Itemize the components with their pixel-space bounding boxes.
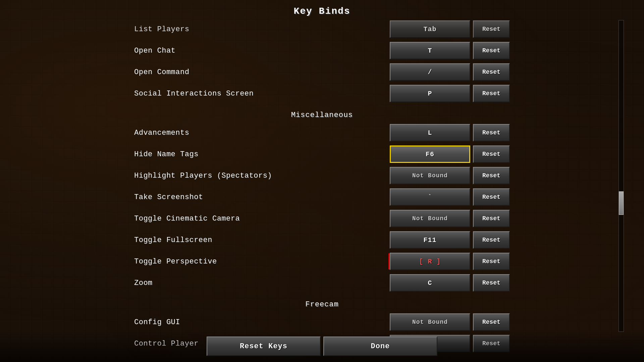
row-advancements: Advancements L Reset [121,122,523,143]
key-social-interactions[interactable]: P [390,85,470,102]
row-zoom: Zoom C Reset [121,272,523,294]
label-toggle-perspective: Toggle Perspective [134,257,390,266]
reset-hide-name-tags[interactable]: Reset [473,145,510,163]
reset-social-interactions[interactable]: Reset [473,85,510,102]
section-header-freecam: Freecam [121,294,523,311]
buttons-toggle-cinematic: Not Bound Reset [390,210,510,227]
key-toggle-cinematic[interactable]: Not Bound [390,210,470,227]
buttons-zoom: C Reset [390,274,510,292]
buttons-open-chat: T Reset [390,42,510,59]
row-open-chat: Open Chat T Reset [121,40,523,61]
row-highlight-players: Highlight Players (Spectators) Not Bound… [121,165,523,186]
page-title: Key Binds [121,0,523,20]
row-toggle-perspective: Toggle Perspective [ R ] Reset [121,251,523,272]
label-open-command: Open Command [134,68,390,76]
row-open-command: Open Command / Reset [121,61,523,83]
key-zoom[interactable]: C [390,274,470,292]
row-config-gui: Config GUI Not Bound Reset [121,311,523,333]
row-list-players: List Players Tab Reset [121,20,523,40]
key-hide-name-tags[interactable]: F6 [390,145,470,163]
label-toggle-cinematic: Toggle Cinematic Camera [134,215,390,223]
section-header-miscellaneous: Miscellaneous [121,104,523,122]
label-hide-name-tags: Hide Name Tags [134,150,390,159]
key-highlight-players[interactable]: Not Bound [390,167,470,184]
buttons-list-players: Tab Reset [390,20,510,38]
key-open-command[interactable]: / [390,63,470,81]
reset-toggle-fullscreen[interactable]: Reset [473,231,510,249]
buttons-hide-name-tags: F6 Reset [390,145,510,163]
key-toggle-fullscreen[interactable]: F11 [390,231,470,249]
key-toggle-perspective[interactable]: [ R ] [390,253,470,270]
row-take-screenshot: Take Screenshot ` Reset [121,186,523,208]
buttons-highlight-players: Not Bound Reset [390,167,510,184]
row-toggle-cinematic: Toggle Cinematic Camera Not Bound Reset [121,208,523,229]
scrollbar[interactable] [619,20,624,332]
reset-open-command[interactable]: Reset [473,63,510,81]
reset-toggle-cinematic[interactable]: Reset [473,210,510,227]
main-container: Key Binds List Players Tab Reset Open Ch… [121,0,523,354]
row-toggle-fullscreen: Toggle Fullscreen F11 Reset [121,229,523,251]
reset-open-chat[interactable]: Reset [473,42,510,59]
buttons-take-screenshot: ` Reset [390,188,510,206]
done-button[interactable]: Done [323,337,437,356]
reset-config-gui[interactable]: Reset [473,313,510,331]
reset-list-players[interactable]: Reset [473,20,510,38]
label-toggle-fullscreen: Toggle Fullscreen [134,236,390,244]
label-list-players: List Players [134,25,390,34]
label-take-screenshot: Take Screenshot [134,193,390,201]
key-open-chat[interactable]: T [390,42,470,59]
reset-toggle-perspective[interactable]: Reset [473,253,510,270]
row-hide-name-tags: Hide Name Tags F6 Reset [121,143,523,165]
buttons-open-command: / Reset [390,63,510,81]
label-config-gui: Config GUI [134,318,390,326]
key-config-gui[interactable]: Not Bound [390,313,470,331]
bottom-bar: Reset Keys Done [0,332,644,362]
label-zoom: Zoom [134,279,390,287]
label-advancements: Advancements [134,129,390,137]
keybinds-list: List Players Tab Reset Open Chat T Reset… [121,20,523,354]
buttons-toggle-perspective: [ R ] Reset [390,253,510,270]
buttons-toggle-fullscreen: F11 Reset [390,231,510,249]
label-highlight-players: Highlight Players (Spectators) [134,172,390,180]
reset-keys-button[interactable]: Reset Keys [207,337,321,356]
buttons-advancements: L Reset [390,124,510,141]
label-social-interactions: Social Interactions Screen [134,89,390,98]
label-open-chat: Open Chat [134,47,390,55]
key-take-screenshot[interactable]: ` [390,188,470,206]
reset-highlight-players[interactable]: Reset [473,167,510,184]
key-advancements[interactable]: L [390,124,470,141]
reset-zoom[interactable]: Reset [473,274,510,292]
reset-take-screenshot[interactable]: Reset [473,188,510,206]
key-list-players[interactable]: Tab [390,20,470,38]
scrollbar-thumb[interactable] [619,191,624,215]
row-social-interactions: Social Interactions Screen P Reset [121,83,523,104]
buttons-config-gui: Not Bound Reset [390,313,510,331]
reset-advancements[interactable]: Reset [473,124,510,141]
buttons-social-interactions: P Reset [390,85,510,102]
